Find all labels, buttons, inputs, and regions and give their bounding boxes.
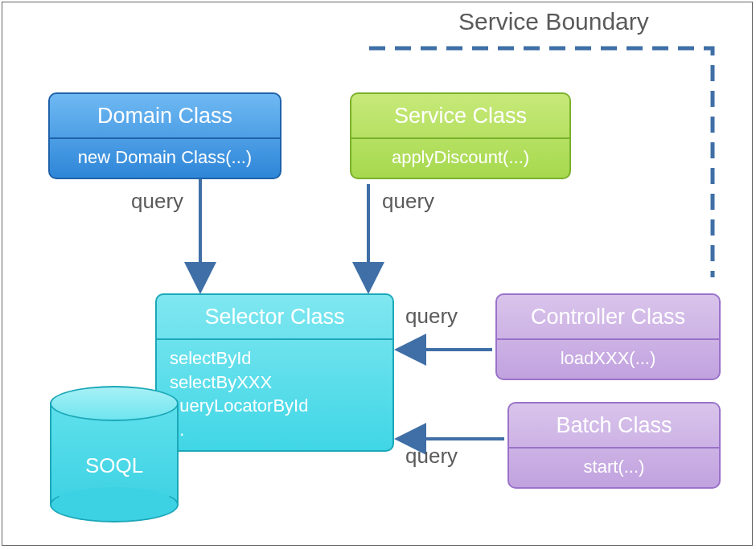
service-boundary-label: Service Boundary xyxy=(458,8,649,35)
batch-class-box: Batch Class start(...) xyxy=(507,402,721,489)
edge-label-batch: query xyxy=(405,444,458,469)
service-class-box: Service Class applyDiscount(...) xyxy=(350,92,571,179)
domain-class-body: new Domain Class(...) xyxy=(50,139,280,178)
service-class-title: Service Class xyxy=(351,94,569,139)
selector-class-title: Selector Class xyxy=(157,295,392,340)
service-class-body: applyDiscount(...) xyxy=(351,139,569,178)
domain-class-title: Domain Class xyxy=(50,94,280,139)
edge-label-domain: query xyxy=(131,189,183,214)
batch-class-title: Batch Class xyxy=(509,404,719,449)
soql-label: SOQL xyxy=(50,453,179,478)
selector-class-body: selectById selectByXXX queryLocatorById … xyxy=(157,340,392,450)
selector-line: selectByXXX xyxy=(170,371,380,395)
edge-label-service: query xyxy=(382,189,434,214)
batch-class-body: start(...) xyxy=(509,449,719,487)
controller-class-body: loadXXX(...) xyxy=(497,340,719,379)
selector-class-box: Selector Class selectById selectByXXX qu… xyxy=(155,293,394,452)
controller-class-title: Controller Class xyxy=(497,295,719,340)
selector-line: queryLocatorById xyxy=(170,394,380,418)
edge-label-controller: query xyxy=(405,304,458,329)
controller-class-box: Controller Class loadXXX(...) xyxy=(495,293,721,380)
selector-line: ... xyxy=(170,418,380,442)
soql-cylinder: SOQL xyxy=(50,386,179,514)
selector-line: selectById xyxy=(170,346,380,371)
domain-class-box: Domain Class new Domain Class(...) xyxy=(48,92,281,179)
